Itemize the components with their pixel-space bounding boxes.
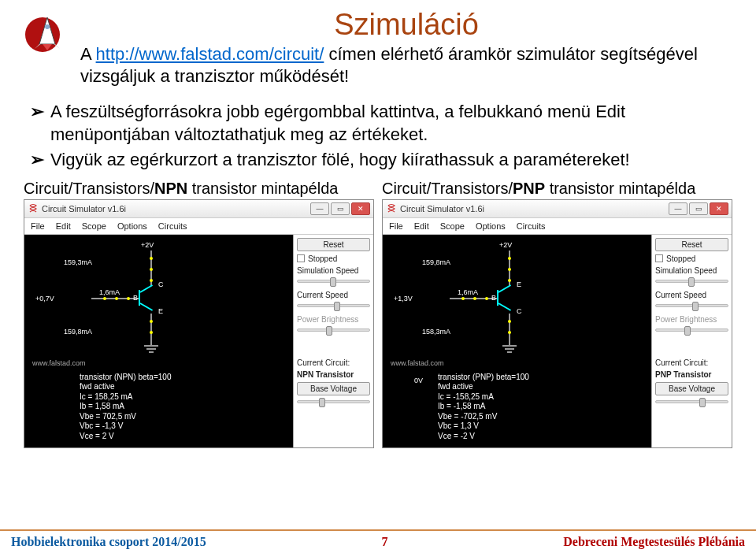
footer-page-number: 7 bbox=[381, 535, 387, 549]
menu-edit[interactable]: Edit bbox=[414, 221, 429, 231]
sim-speed-slider[interactable] bbox=[655, 280, 728, 283]
sim-caption-npn: Circuit/Transistors/NPN transistor minta… bbox=[24, 180, 374, 198]
arrow-icon: ➢ bbox=[30, 101, 44, 124]
menu-options[interactable]: Options bbox=[476, 221, 506, 231]
sim-window-pnp: Circuit Simulator v1.6i — ▭ ✕ File Edit … bbox=[382, 199, 732, 448]
sim-speed-label: Simulation Speed bbox=[297, 266, 370, 275]
ground-icon bbox=[144, 345, 158, 353]
menu-scope[interactable]: Scope bbox=[440, 221, 465, 231]
menu-scope[interactable]: Scope bbox=[82, 221, 106, 231]
minimize-button[interactable]: — bbox=[669, 202, 687, 215]
window-title: Circuit Simulator v1.6i bbox=[400, 204, 669, 213]
current-speed-label: Current Speed bbox=[297, 291, 370, 299]
label-ic: 159,3mA bbox=[64, 258, 92, 266]
label-ie: 159,8mA bbox=[64, 328, 92, 336]
label-b: B bbox=[133, 294, 138, 302]
base-voltage-button[interactable]: Base Voltage bbox=[297, 382, 370, 395]
label-ie: 159,8mA bbox=[422, 258, 450, 266]
footer-left: Hobbielektronika csoport 2014/2015 bbox=[11, 535, 206, 549]
maximize-button[interactable]: ▭ bbox=[331, 202, 350, 215]
menu-circuits[interactable]: Circuits bbox=[517, 221, 546, 231]
power-brightness-slider[interactable] bbox=[297, 328, 370, 332]
label-ic: 158,3mA bbox=[422, 328, 450, 336]
bullet-item: ➢ A feszültségforrásokra jobb egérgombba… bbox=[30, 101, 726, 146]
current-circuit-label: Current Circuit: bbox=[655, 358, 728, 367]
rocket-logo-icon bbox=[24, 8, 71, 55]
label-b: B bbox=[491, 294, 496, 302]
side-panel: Reset Stopped Simulation Speed Current S… bbox=[651, 235, 732, 447]
menu-file[interactable]: File bbox=[31, 221, 45, 231]
label-vb: +0,7V bbox=[35, 295, 54, 302]
wire bbox=[150, 314, 152, 345]
sim-speed-slider[interactable] bbox=[297, 280, 370, 283]
current-speed-slider[interactable] bbox=[297, 304, 370, 307]
java-icon bbox=[28, 203, 39, 214]
canvas-url: www.falstad.com bbox=[391, 359, 444, 367]
label-vcc: +2V bbox=[499, 241, 512, 249]
circuit-canvas[interactable]: +2V 159,3mA 1,6mA +0,7V B C bbox=[24, 235, 293, 447]
maximize-button[interactable]: ▭ bbox=[689, 202, 708, 215]
current-circuit-name: NPN Transistor bbox=[297, 370, 370, 379]
side-panel: Reset Stopped Simulation Speed Current S… bbox=[293, 235, 373, 447]
sim-speed-label: Simulation Speed bbox=[655, 266, 728, 275]
reset-button[interactable]: Reset bbox=[297, 238, 370, 251]
label-c: C bbox=[158, 280, 164, 288]
power-brightness-slider[interactable] bbox=[655, 328, 728, 332]
menubar: File Edit Scope Options Circuits bbox=[24, 218, 373, 235]
label-vcc: +2V bbox=[141, 241, 154, 249]
current-speed-label: Current Speed bbox=[655, 291, 728, 299]
menu-circuits[interactable]: Circuits bbox=[158, 221, 187, 231]
sim-caption-pnp: Circuit/Transistors/PNP transistor minta… bbox=[382, 180, 732, 198]
svg-point-5 bbox=[45, 24, 50, 29]
transistor-readout: transistor (PNP) beta=100 fwd active Ic … bbox=[438, 373, 529, 442]
java-icon bbox=[386, 203, 397, 214]
page-title: Szimuláció bbox=[80, 8, 732, 42]
slide-footer: Hobbielektronika csoport 2014/2015 7 Deb… bbox=[0, 529, 756, 553]
base-voltage-slider[interactable] bbox=[297, 400, 370, 403]
window-title: Circuit Simulator v1.6i bbox=[42, 204, 310, 213]
menu-edit[interactable]: Edit bbox=[56, 221, 71, 231]
ground-icon bbox=[502, 345, 517, 353]
close-button[interactable]: ✕ bbox=[351, 202, 370, 215]
base-voltage-slider[interactable] bbox=[655, 400, 728, 403]
current-circuit-name: PNP Transistor bbox=[655, 370, 728, 379]
intro-text: A http://www.falstad.com/circuit/ címen … bbox=[80, 43, 732, 87]
titlebar: Circuit Simulator v1.6i — ▭ ✕ bbox=[24, 200, 373, 218]
current-circuit-label: Current Circuit: bbox=[297, 358, 370, 367]
close-button[interactable]: ✕ bbox=[710, 202, 728, 215]
intro-prefix: A bbox=[80, 44, 96, 64]
label-c: C bbox=[517, 307, 522, 315]
arrow-icon: ➢ bbox=[30, 149, 44, 172]
bullet-text: A feszültségforrásokra jobb egérgombbal … bbox=[50, 101, 726, 146]
footer-right: Debreceni Megtestesülés Plébánia bbox=[563, 535, 745, 549]
label-ib: 1,6mA bbox=[99, 288, 120, 296]
base-voltage-button[interactable]: Base Voltage bbox=[655, 382, 728, 395]
current-speed-slider[interactable] bbox=[655, 304, 728, 307]
bullet-item: ➢ Vigyük az egérkurzort a tranzisztor fö… bbox=[30, 149, 726, 172]
transistor-readout: transistor (NPN) beta=100 fwd active Ic … bbox=[80, 373, 171, 442]
label-e: E bbox=[158, 307, 163, 315]
reset-button[interactable]: Reset bbox=[655, 238, 728, 251]
sim-window-npn: Circuit Simulator v1.6i — ▭ ✕ File Edit … bbox=[24, 199, 374, 448]
menu-file[interactable]: File bbox=[389, 221, 403, 231]
power-brightness-label: Power Brightness bbox=[297, 315, 370, 324]
label-e: E bbox=[517, 280, 521, 288]
bullet-text: Vigyük az egérkurzort a tranzisztor fölé… bbox=[50, 149, 630, 172]
menubar: File Edit Scope Options Circuits bbox=[383, 218, 732, 235]
label-vb: +1,3V bbox=[394, 295, 413, 302]
menu-options[interactable]: Options bbox=[117, 221, 147, 231]
stopped-checkbox[interactable]: Stopped bbox=[297, 254, 370, 263]
minimize-button[interactable]: — bbox=[310, 202, 329, 215]
power-brightness-label: Power Brightness bbox=[655, 315, 728, 324]
intro-link[interactable]: http://www.falstad.com/circuit/ bbox=[96, 44, 324, 64]
label-gnd: 0V bbox=[414, 377, 423, 384]
canvas-url: www.falstad.com bbox=[32, 359, 86, 367]
titlebar: Circuit Simulator v1.6i — ▭ ✕ bbox=[383, 200, 732, 218]
label-ib: 1,6mA bbox=[458, 288, 478, 296]
wire bbox=[509, 314, 510, 345]
circuit-canvas[interactable]: +2V 159,8mA 1,6mA +1,3V B E C bbox=[383, 235, 651, 447]
stopped-checkbox[interactable]: Stopped bbox=[655, 254, 728, 263]
